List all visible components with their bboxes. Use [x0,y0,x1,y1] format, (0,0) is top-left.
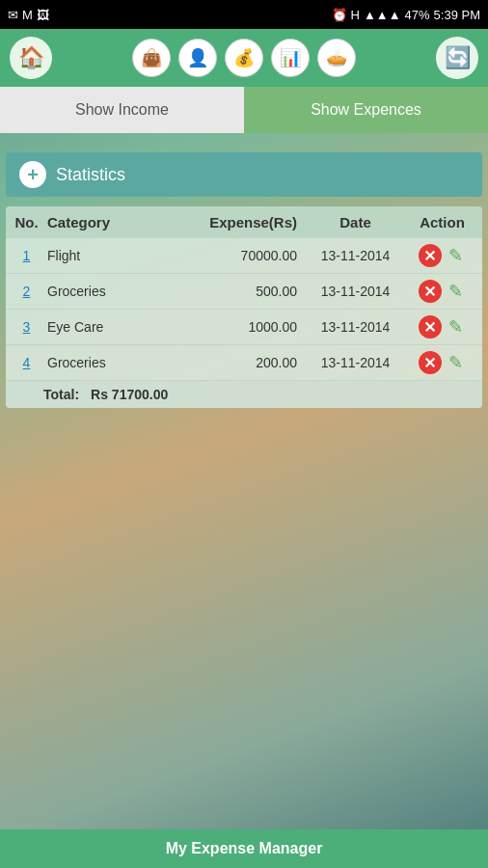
status-left: ✉ M 🖼 [8,8,49,22]
statistics-label: Statistics [56,165,125,185]
pie-chart-button[interactable]: 🥧 [317,39,356,77]
header-action: Action [406,214,478,231]
pie-chart-icon: 🥧 [326,47,347,68]
top-nav: 🏠 👜 👤 💰 📊 🥧 🔄 [0,29,488,87]
add-statistics-button[interactable]: + [19,161,46,188]
total-value: Rs 71700.00 [91,387,168,402]
row-2-expense: 500.00 [199,284,305,299]
time-display: 5:39 PM [434,8,480,22]
nav-icons-center: 👜 👤 💰 📊 🥧 [132,39,356,77]
row-3-category: Eye Care [43,319,199,335]
statistics-bar: + Statistics [6,152,482,197]
person-icon: 👤 [187,47,208,68]
header-category: Category [43,214,199,231]
delete-row-2-button[interactable]: ✕ [419,280,442,303]
coin-icon: 💰 [233,47,255,68]
chart-bar-button[interactable]: 📊 [271,39,310,77]
signal-bars: ▲▲▲ [364,8,401,22]
expense-table: No. Category Expense(Rs) Date Action 1 F… [6,206,482,408]
row-1-category: Flight [43,248,199,263]
delete-row-1-button[interactable]: ✕ [419,244,442,267]
row-2-date: 13-11-2014 [305,284,406,299]
transfer-icon: 🔄 [445,45,471,70]
table-row: 1 Flight 70000.00 13-11-2014 ✕ ✎ [6,238,482,274]
network-icon: H [351,8,360,22]
bottom-bar: My Expense Manager [0,829,488,868]
row-1-expense: 70000.00 [199,248,305,263]
row-3-date: 13-11-2014 [305,319,406,335]
row-1-actions: ✕ ✎ [406,244,478,267]
status-bar: ✉ M 🖼 ⏰ H ▲▲▲ 47% 5:39 PM [0,0,488,29]
table-row: 4 Groceries 200.00 13-11-2014 ✕ ✎ [6,345,482,381]
row-4-actions: ✕ ✎ [406,351,478,374]
row-3-actions: ✕ ✎ [406,315,478,339]
row-4-expense: 200.00 [199,355,305,370]
row-4-no[interactable]: 4 [10,355,43,370]
wallet-button[interactable]: 👜 [132,39,171,77]
alarm-icon: ⏰ [332,8,347,22]
row-3-no[interactable]: 3 [10,319,43,335]
wallet-icon: 👜 [141,47,162,68]
row-1-date: 13-11-2014 [305,248,406,263]
tab-expenses[interactable]: Show Expences [244,87,488,133]
home-button[interactable]: 🏠 [10,37,52,79]
gmail-icon: M [22,8,33,22]
row-2-no[interactable]: 2 [10,284,43,299]
row-2-category: Groceries [43,284,199,299]
transfer-button[interactable]: 🔄 [436,37,478,79]
spacer [0,133,488,152]
tab-row: Show Income Show Expences [0,87,488,133]
total-row: Total: Rs 71700.00 [6,381,482,408]
chart-bar-icon: 📊 [280,47,301,68]
header-no: No. [10,214,43,231]
table-header: No. Category Expense(Rs) Date Action [6,206,482,238]
app-title: My Expense Manager [166,840,323,857]
plus-icon: + [27,164,39,186]
battery-text: 47% [405,8,430,22]
header-date: Date [305,214,406,231]
image-icon: 🖼 [37,8,49,22]
row-1-no[interactable]: 1 [10,248,43,263]
tab-income[interactable]: Show Income [0,87,244,133]
delete-row-4-button[interactable]: ✕ [419,351,442,374]
email-icon: ✉ [8,8,18,22]
row-4-category: Groceries [43,355,199,370]
table-row: 3 Eye Care 1000.00 13-11-2014 ✕ ✎ [6,310,482,345]
edit-row-4-button[interactable]: ✎ [446,352,467,373]
delete-row-3-button[interactable]: ✕ [419,315,442,339]
edit-row-2-button[interactable]: ✎ [446,281,467,302]
table-row: 2 Groceries 500.00 13-11-2014 ✕ ✎ [6,274,482,310]
row-2-actions: ✕ ✎ [406,280,478,303]
status-right: ⏰ H ▲▲▲ 47% 5:39 PM [332,8,480,22]
row-3-expense: 1000.00 [199,319,305,335]
total-label: Total: [43,387,79,402]
row-4-date: 13-11-2014 [305,355,406,370]
edit-row-1-button[interactable]: ✎ [446,245,467,266]
edit-row-3-button[interactable]: ✎ [446,316,467,338]
person-button[interactable]: 👤 [178,39,217,77]
coin-button[interactable]: 💰 [225,39,263,77]
home-icon: 🏠 [18,45,44,70]
header-expense: Expense(Rs) [199,214,305,231]
